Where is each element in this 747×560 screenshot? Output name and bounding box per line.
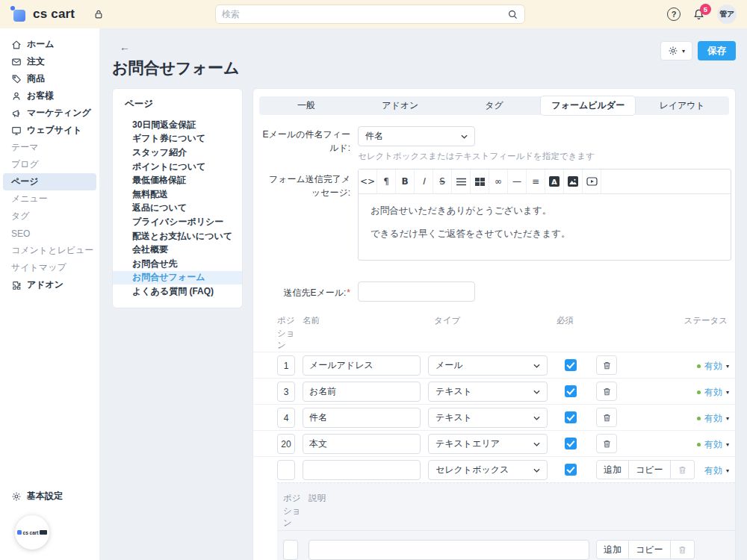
page-item[interactable]: 最低価格保証 [113,173,242,187]
copy-button[interactable]: コピー [629,460,671,479]
lock-icon[interactable] [93,8,105,20]
cs-cart-logo[interactable]: cs cart [12,7,75,22]
search-icon[interactable] [507,9,518,20]
copy-button[interactable]: コピー [629,540,671,559]
page-item[interactable]: 30日間返金保証 [113,118,242,132]
save-button[interactable]: 保存 [698,41,736,60]
code-icon[interactable]: <> [359,169,377,193]
delete-button[interactable] [596,355,617,375]
sidebar-item-addons[interactable]: アドオン [0,276,99,293]
recipient-email-input[interactable] [358,281,475,302]
tab-layout[interactable]: レイアウト [635,96,729,115]
page-item[interactable]: 無料配送 [113,187,242,202]
sidebar-item-settings[interactable]: 基本設定 [0,488,99,505]
position-input[interactable] [277,355,295,376]
video-icon[interactable] [583,169,601,193]
image-icon[interactable] [564,169,583,193]
sidebar-item-comments-reviews[interactable]: コメントとレビュー [0,242,99,259]
tab-form-builder[interactable]: フォームビルダー [541,96,635,115]
sidebar-item-blog[interactable]: ブログ [0,156,99,173]
page-item-current[interactable]: お問合せフォーム [113,271,242,285]
sidebar-item-pages[interactable]: ページ [3,173,96,190]
delete-button-disabled[interactable] [671,460,695,479]
status-dropdown[interactable]: 有効▾ [697,438,729,451]
help-icon[interactable]: ? [667,7,681,21]
type-select[interactable]: テキスト [428,408,548,428]
required-checkbox[interactable] [565,438,577,449]
link-icon[interactable]: ∞ [489,169,508,193]
name-input[interactable] [303,460,421,480]
page-item[interactable]: 返品について [113,202,242,216]
sidebar-item-marketing[interactable]: マーケティング [0,105,99,122]
user-avatar[interactable]: 管ア [717,4,737,24]
sidebar-item-tags[interactable]: タグ [0,208,99,225]
sidebar-item-themes[interactable]: テーマ [0,139,99,156]
type-select[interactable]: テキストエリア [428,434,548,454]
form-builder-panel: 一般 アドオン タグ フォームビルダー レイアウト Eメールの件名フィールド: … [252,88,736,560]
type-select[interactable]: メール [428,355,548,376]
sidebar-item-seo[interactable]: SEO [0,225,99,242]
required-checkbox[interactable] [565,411,577,423]
required-checkbox[interactable] [565,464,577,476]
bold-icon[interactable]: B [396,169,415,193]
page-item[interactable]: 会社概要 [113,243,242,257]
sidebar-item-menus[interactable]: メニュー [0,190,99,208]
variant-description-input[interactable] [309,540,589,560]
required-checkbox[interactable] [565,385,577,397]
position-input[interactable] [277,408,295,428]
tab-general[interactable]: 一般 [259,96,353,115]
settings-dropdown-button[interactable]: ▾ [660,41,692,60]
sidebar-item-website[interactable]: ウェブサイト [0,122,99,139]
page-item[interactable]: お問合せ先 [113,257,242,271]
list-icon[interactable] [452,169,471,193]
add-button[interactable]: 追加 [596,460,629,479]
delete-button[interactable] [596,408,617,427]
page-item[interactable]: ポイントについて [113,160,242,174]
tab-tags[interactable]: タグ [447,96,542,115]
notifications-bell[interactable]: 5 [692,8,705,21]
page-item[interactable]: スタッフ紹介 [113,146,242,160]
position-input[interactable] [277,460,295,480]
page-item[interactable]: ギフト券について [113,132,242,146]
align-icon[interactable]: ≡ [527,169,545,193]
font-color-icon[interactable]: A [545,169,564,193]
delete-button-disabled[interactable] [671,540,695,559]
paragraph-icon[interactable]: ¶ [377,169,396,193]
cs-cart-version-badge[interactable]: cs cart [15,515,49,550]
position-input[interactable] [277,434,295,454]
status-dropdown[interactable]: 有効▾ [697,412,729,425]
type-select[interactable]: セレクトボックス [428,460,548,480]
name-input[interactable] [303,434,421,454]
table-icon[interactable] [471,169,489,193]
search-input[interactable] [222,9,507,19]
page-item-label: 無料配送 [132,188,168,201]
sidebar-item-orders[interactable]: 注文 [0,53,99,70]
variant-position-input[interactable] [283,540,298,560]
delete-button[interactable] [596,382,617,401]
status-dropdown[interactable]: 有効▾ [697,360,729,373]
page-item[interactable]: よくある質問 (FAQ) [113,284,242,299]
sidebar-item-sitemap[interactable]: サイトマップ [0,259,99,276]
sidebar-item-products[interactable]: 商品 [0,70,99,87]
type-select[interactable]: テキスト [428,382,548,402]
status-dropdown[interactable]: 有効▾ [697,386,729,399]
subject-field-select[interactable]: 件名 [358,126,475,146]
required-checkbox[interactable] [565,359,577,371]
add-button[interactable]: 追加 [596,540,629,559]
strikethrough-icon[interactable]: S [433,169,452,193]
delete-button[interactable] [596,434,617,453]
name-input[interactable] [303,408,421,428]
italic-icon[interactable]: I [415,169,433,193]
sidebar-item-home[interactable]: ホーム [0,36,99,53]
name-input[interactable] [303,382,421,402]
position-input[interactable] [277,382,295,402]
status-dropdown[interactable]: 有効▾ [704,464,729,477]
tab-addons[interactable]: アドオン [353,96,447,115]
page-item[interactable]: プライバシーポリシー [113,215,242,229]
name-input[interactable] [303,355,421,376]
horizontal-rule-icon[interactable]: — [508,169,527,193]
back-button[interactable]: ← [120,41,130,53]
sidebar-item-customers[interactable]: お客様 [0,87,99,105]
editor-content[interactable]: お問合せいただきありがとうございます。 できるだけ早くご返答をさせていただきます… [359,194,731,260]
page-item[interactable]: 配送とお支払いについて [113,229,242,243]
